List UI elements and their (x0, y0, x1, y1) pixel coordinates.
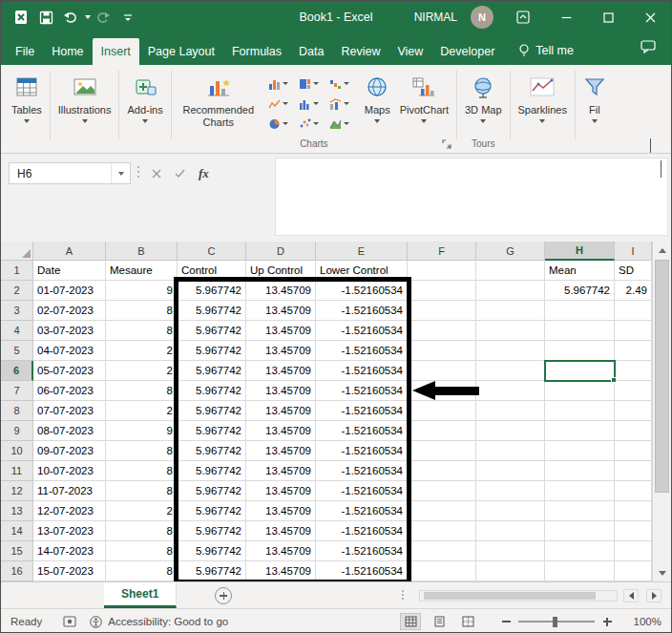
cell-E1[interactable]: Lower Control (316, 261, 408, 281)
cell-G12[interactable] (476, 481, 545, 501)
cell-E6[interactable]: -1.52160534 (316, 361, 408, 381)
comments-icon[interactable] (640, 40, 656, 65)
cell-I7[interactable] (615, 381, 652, 401)
cell-A4[interactable]: 03-07-2023 (33, 321, 106, 341)
collapse-formula-bar-icon[interactable] (661, 161, 662, 179)
cell-G4[interactable] (476, 321, 545, 341)
pivotchart-button[interactable]: PivotChart (395, 68, 453, 123)
cell-H15[interactable] (545, 541, 615, 561)
cell-E14[interactable]: -1.52160534 (316, 521, 408, 541)
accessibility-status[interactable]: Accessibility: Good to go (108, 616, 228, 627)
name-box-caret-icon[interactable] (111, 163, 130, 183)
tab-file[interactable]: File (7, 38, 43, 65)
cell-A12[interactable]: 11-07-2023 (33, 481, 106, 501)
cell-D7[interactable]: 13.45709 (246, 381, 316, 401)
cell-H8[interactable] (545, 401, 615, 421)
cell-B12[interactable]: 8 (106, 481, 178, 501)
cell-I16[interactable] (615, 561, 652, 581)
cell-H12[interactable] (545, 481, 615, 501)
column-header-E[interactable]: E (316, 242, 408, 261)
hierarchy-chart-button[interactable] (297, 74, 327, 94)
cell-D9[interactable]: 13.45709 (246, 421, 316, 441)
zoom-out-icon[interactable] (497, 613, 514, 630)
cell-E12[interactable]: -1.52160534 (316, 481, 408, 501)
cell-B6[interactable]: 2 (106, 361, 178, 381)
collapse-ribbon-icon[interactable] (650, 139, 658, 147)
horizontal-scrollbar[interactable] (419, 590, 618, 601)
cell-C9[interactable]: 5.967742 (178, 421, 246, 441)
cell-H1[interactable]: Mean (545, 261, 615, 281)
cell-H13[interactable] (545, 501, 615, 521)
column-header-D[interactable]: D (246, 242, 316, 261)
cell-G5[interactable] (476, 341, 545, 361)
cell-F15[interactable] (408, 541, 476, 561)
cell-H16[interactable] (545, 561, 615, 581)
cell-E11[interactable]: -1.52160534 (316, 461, 408, 481)
select-all-corner[interactable] (1, 242, 33, 261)
add-ins-button[interactable]: Add-ins (122, 68, 167, 123)
cell-E3[interactable]: -1.52160534 (316, 301, 408, 321)
cell-A14[interactable]: 13-07-2023 (33, 521, 106, 541)
cell-C10[interactable]: 5.967742 (178, 441, 246, 461)
cell-I10[interactable] (615, 441, 652, 461)
insert-function-button[interactable]: fx (199, 166, 209, 181)
cell-H14[interactable] (545, 521, 615, 541)
cell-F1[interactable] (408, 261, 476, 281)
cell-E5[interactable]: -1.52160534 (316, 341, 408, 361)
accessibility-icon[interactable] (90, 616, 102, 628)
cell-B10[interactable]: 8 (106, 441, 178, 461)
row-header-9[interactable]: 9 (1, 421, 33, 441)
cell-G6[interactable] (476, 361, 545, 381)
combo-chart-button[interactable] (327, 94, 358, 114)
enter-entry-icon[interactable] (175, 165, 185, 182)
sparklines-button[interactable]: Sparklines (514, 68, 572, 123)
cell-C1[interactable]: Control (178, 261, 246, 281)
cell-G13[interactable] (476, 501, 545, 521)
pie-chart-button[interactable] (266, 114, 297, 134)
cell-G7[interactable] (476, 381, 545, 401)
zoom-slider-thumb[interactable] (553, 617, 557, 627)
maximize-button[interactable] (587, 1, 629, 33)
cell-G11[interactable] (476, 461, 545, 481)
surface-chart-button[interactable] (327, 114, 358, 134)
cell-I1[interactable]: SD (615, 261, 652, 281)
cell-F16[interactable] (408, 561, 476, 581)
tab-home[interactable]: Home (43, 38, 92, 65)
cell-E10[interactable]: -1.52160534 (316, 441, 408, 461)
normal-view-icon[interactable] (400, 613, 421, 630)
column-header-A[interactable]: A (33, 242, 106, 261)
filters-button[interactable]: Fil (578, 68, 611, 123)
sheet-tab-sheet1[interactable]: Sheet1 (104, 582, 177, 608)
cell-D11[interactable]: 13.45709 (246, 461, 316, 481)
row-header-4[interactable]: 4 (1, 321, 33, 341)
cell-I2[interactable]: 2.49 (615, 281, 652, 301)
cell-D14[interactable]: 13.45709 (246, 521, 316, 541)
cell-C4[interactable]: 5.967742 (178, 321, 246, 341)
cell-G9[interactable] (476, 421, 545, 441)
cell-H9[interactable] (545, 421, 615, 441)
scatter-chart-button[interactable] (297, 114, 327, 134)
cell-I12[interactable] (615, 481, 652, 501)
cell-B1[interactable]: Mesaure (106, 261, 178, 281)
row-header-1[interactable]: 1 (1, 261, 33, 281)
maps-button[interactable]: Maps (360, 68, 395, 123)
cell-E2[interactable]: -1.52160534 (316, 281, 408, 301)
cell-C7[interactable]: 5.967742 (178, 381, 246, 401)
cell-F13[interactable] (408, 501, 476, 521)
cell-E4[interactable]: -1.52160534 (316, 321, 408, 341)
cell-A2[interactable]: 01-07-2023 (33, 281, 106, 301)
cell-I13[interactable] (615, 501, 652, 521)
recommended-charts-button[interactable]: Recommended Charts (175, 68, 262, 128)
row-header-15[interactable]: 15 (1, 541, 33, 561)
cell-H6[interactable] (545, 361, 615, 381)
cell-I15[interactable] (615, 541, 652, 561)
save-icon[interactable] (33, 5, 58, 30)
scroll-up-icon[interactable] (653, 242, 671, 259)
cell-A9[interactable]: 08-07-2023 (33, 421, 106, 441)
column-header-B[interactable]: B (106, 242, 178, 261)
cell-A5[interactable]: 04-07-2023 (33, 341, 106, 361)
cell-C11[interactable]: 5.967742 (178, 461, 246, 481)
cell-D1[interactable]: Up Control (246, 261, 316, 281)
cell-F5[interactable] (408, 341, 476, 361)
row-header-8[interactable]: 8 (1, 401, 33, 421)
